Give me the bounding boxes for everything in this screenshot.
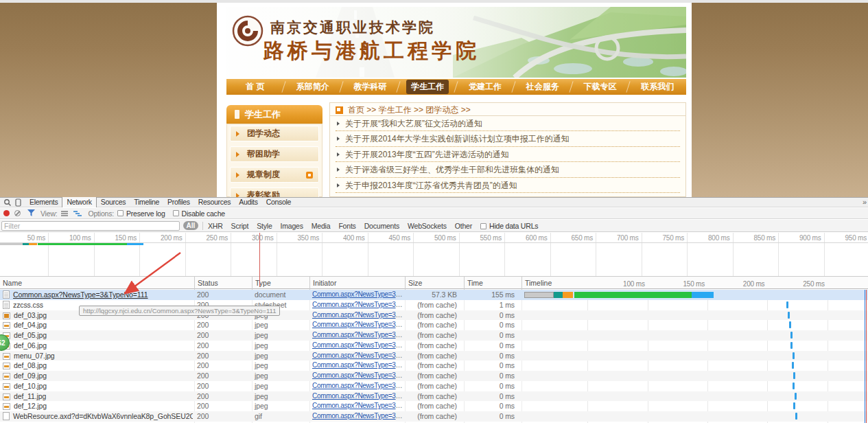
device-mode-icon[interactable] (15, 198, 21, 207)
request-row[interactable]: def_12.jpg 200 jpeg Common.aspx?NewsType… (0, 401, 868, 411)
new-badge-icon (306, 172, 313, 179)
filter-input[interactable]: Filter (1, 221, 180, 231)
devtools-tab-audits[interactable]: Audits (235, 197, 261, 207)
nav-item[interactable]: 首 页 (226, 79, 284, 95)
devtools-tab-profiles[interactable]: Profiles (163, 197, 194, 207)
col-header-size[interactable]: Size (405, 277, 464, 290)
request-row[interactable]: def_10.jpg 200 jpeg Common.aspx?NewsType… (0, 381, 868, 391)
devtools-tab-elements[interactable]: Elements (25, 197, 62, 207)
request-row[interactable]: Common.aspx?NewsType=3&TypeNo=111 200 do… (0, 290, 868, 300)
request-row[interactable]: WebResource.axd?d=dKtvbWaX6vnnleaK8p_Goh… (0, 411, 868, 422)
initiator-link[interactable]: Common.aspx?NewsType=3&TypeNo=111 (312, 341, 403, 349)
filter-type-documents[interactable]: Documents (364, 222, 399, 230)
tab-overflow-chevron[interactable]: » (863, 198, 867, 206)
request-row[interactable]: def_05.jpg 200 jpeg Common.aspx?NewsType… (0, 330, 868, 341)
filter-type-websockets[interactable]: WebSockets (408, 222, 447, 230)
request-row[interactable]: menu_07.jpg 200 jpeg Common.aspx?NewsTyp… (0, 351, 868, 361)
devtools-toolbar: View: Options: Preserve log Disable cach… (0, 208, 868, 219)
preserve-log-label: Preserve log (126, 209, 165, 218)
options-label: Options: (89, 209, 115, 218)
request-row[interactable]: def_09.jpg 200 jpeg Common.aspx?NewsType… (0, 371, 868, 381)
resource-icon (3, 353, 10, 360)
initiator-link[interactable]: Common.aspx?NewsType=3&TypeNo=111 (312, 301, 403, 308)
bullet-icon (337, 122, 340, 126)
resource-icon (3, 322, 10, 329)
filter-icon[interactable] (27, 209, 35, 217)
devtools-tab-sources[interactable]: Sources (97, 197, 130, 207)
news-item[interactable]: 关于开展“我和大艺展”征文活动的通知 (336, 116, 680, 131)
filter-type-script[interactable]: Script (231, 222, 249, 230)
sidebar-item[interactable]: 团学动态 (230, 126, 319, 141)
search-icon[interactable] (3, 198, 12, 207)
nav-item[interactable]: 系部简介 (284, 79, 342, 95)
col-header-type[interactable]: Type (252, 277, 309, 290)
filter-type-all[interactable]: All (183, 221, 198, 230)
view-waterfall-icon[interactable] (73, 211, 82, 216)
col-header-time[interactable]: Time (464, 277, 521, 290)
filter-type-images[interactable]: Images (281, 222, 303, 230)
sidebar-item[interactable]: 规章制度 (230, 167, 319, 183)
nav-item[interactable]: 教学科研 (342, 79, 399, 95)
disable-cache-label: Disable cache (182, 209, 225, 218)
view-list-icon[interactable] (61, 211, 68, 216)
filter-type-fonts[interactable]: Fonts (338, 222, 355, 230)
nav-item[interactable]: 党建工作 (456, 79, 514, 95)
news-item[interactable]: 关于开展2014年大学生实践创新训练计划立项申报工作的通知 (336, 131, 680, 146)
resource-icon (3, 412, 10, 420)
devtools-tab-network[interactable]: Network (62, 197, 96, 207)
devtools-tab-timeline[interactable]: Timeline (130, 197, 163, 207)
filter-type-xhr[interactable]: XHR (208, 222, 223, 230)
filter-type-other[interactable]: Other (455, 222, 472, 230)
initiator-link[interactable]: Common.aspx?NewsType=3&TypeNo=111 (312, 402, 403, 409)
webpage: 南京交通职业技术学院 路桥与港航工程学院 首 页系部简介教学科研学生工作党建工作… (0, 0, 868, 197)
news-item[interactable]: 关于申报2013年度“江苏省优秀共青团员”的通知 (336, 178, 680, 193)
col-header-status[interactable]: Status (194, 277, 252, 290)
resource-icon (3, 393, 10, 400)
initiator-link[interactable]: Common.aspx?NewsType=3&TypeNo=111 (312, 382, 403, 389)
news-item[interactable]: 关于评选省级三好学生、优秀学生干部和先进班集体的通知 (336, 162, 680, 177)
nav-item[interactable]: 学生工作 (399, 79, 456, 95)
devtools-tab-resources[interactable]: Resources (194, 197, 235, 207)
filter-type-media[interactable]: Media (312, 222, 331, 230)
sidebar-item[interactable]: 表彰奖励 (230, 187, 319, 197)
clear-button[interactable] (14, 210, 21, 216)
network-overview[interactable]: 50 ms100 ms150 ms200 ms250 ms300 ms350 m… (0, 233, 868, 277)
initiator-link[interactable]: Common.aspx?NewsType=3&TypeNo=111 (312, 392, 403, 400)
school-logo (232, 15, 263, 47)
university-name: 南京交通职业技术学院 (270, 18, 435, 37)
resource-icon (3, 383, 10, 390)
initiator-link[interactable]: Common.aspx?NewsType=3&TypeNo=111 (312, 412, 403, 420)
initiator-link[interactable]: Common.aspx?NewsType=3&TypeNo=111 (312, 352, 403, 359)
col-header-initiator[interactable]: Initiator (309, 277, 405, 290)
news-item[interactable]: 关于开展2013年度“五四”先进评选活动的通知 (336, 147, 680, 162)
bullet-icon (337, 152, 340, 157)
nav-item[interactable]: 下载专区 (572, 79, 629, 95)
request-row[interactable]: def_11.jpg 200 jpeg Common.aspx?NewsType… (0, 391, 868, 402)
filter-types: XHRScriptStyleImagesMediaFontsDocumentsW… (208, 220, 538, 232)
breadcrumb-icon (336, 106, 343, 114)
resource-icon (3, 312, 10, 319)
initiator-link[interactable]: Common.aspx?NewsType=3&TypeNo=111 (312, 290, 403, 298)
initiator-link[interactable]: Common.aspx?NewsType=3&TypeNo=111 (312, 371, 403, 379)
request-row[interactable]: def_08.jpg 200 jpeg Common.aspx?NewsType… (0, 361, 868, 371)
main-nav: 首 页系部简介教学科研学生工作党建工作社会服务下载专区联系我们 (226, 79, 686, 95)
news-list: 关于开展“我和大艺展”征文活动的通知关于开展2014年大学生实践创新训练计划立项… (329, 115, 686, 197)
nav-item[interactable]: 社会服务 (514, 79, 572, 95)
initiator-link[interactable]: Common.aspx?NewsType=3&TypeNo=111 (312, 361, 403, 369)
resource-icon (3, 373, 10, 380)
disable-cache-checkbox[interactable] (173, 210, 179, 216)
hide-data-urls[interactable]: Hide data URLs (480, 222, 538, 230)
preserve-log-checkbox[interactable] (117, 210, 124, 216)
initiator-link[interactable]: Common.aspx?NewsType=3&TypeNo=111 (312, 311, 403, 319)
initiator-link[interactable]: Common.aspx?NewsType=3&TypeNo=111 (312, 331, 403, 339)
nav-item[interactable]: 联系我们 (629, 79, 686, 95)
record-button[interactable] (3, 210, 10, 216)
col-header-name[interactable]: Name (0, 277, 194, 290)
devtools-tab-console[interactable]: Console (262, 197, 295, 207)
bullet-icon (337, 168, 340, 172)
request-row[interactable]: def_06.jpg 200 jpeg Common.aspx?NewsType… (0, 341, 868, 351)
initiator-link[interactable]: Common.aspx?NewsType=3&TypeNo=111 (312, 321, 403, 328)
filter-type-style[interactable]: Style (257, 222, 272, 230)
request-row[interactable]: def_04.jpg 200 jpeg Common.aspx?NewsType… (0, 320, 868, 330)
sidebar-item[interactable]: 帮困助学 (230, 146, 319, 162)
